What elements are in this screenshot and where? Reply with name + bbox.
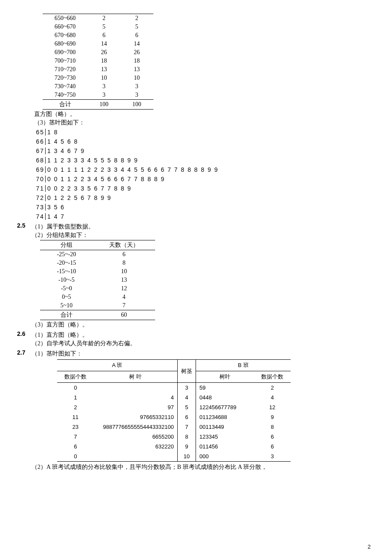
q25-part2: （2）分组结果如下： [32,231,371,239]
stem-leaf-row: 671 3 4 6 7 9 [34,146,371,156]
cell: 2 [57,402,94,412]
stem-leaf-plot-1: 651 8661 4 5 6 8671 3 4 6 7 9681 1 2 3 3… [34,127,371,221]
cell: 10 [93,267,155,276]
table-row: 7665520081233456 [57,432,291,442]
table-row: 680~6901414 [43,40,153,48]
leaf: 3 5 6 [46,204,65,211]
cell: 18 [121,57,153,65]
cell: 4 [93,293,155,301]
head-leaf-a: 树 叶 [94,371,178,383]
table-row: -10~-513 [40,276,155,284]
cell: 14 [121,40,153,48]
table-row: -15~-1010 [40,267,155,276]
total-pct: 100 [121,100,153,110]
stem: 72 [34,194,46,201]
cell: 680~690 [43,40,88,48]
cell: 10 [88,74,121,82]
table-row: 0~54 [40,293,155,301]
stem: 69 [34,166,46,173]
table-row: 730~74033 [43,82,153,91]
cell: 3 [121,82,153,91]
t2-total: 60 [93,310,155,320]
leaf: 0 0 1 1 2 2 3 4 5 6 6 6 7 7 8 8 8 9 [46,176,165,182]
table-row: 700~7101818 [43,57,153,65]
cell: -10~-5 [40,276,93,284]
cell: 740~750 [43,91,88,100]
cell: 00113449 [196,422,254,432]
cell: 3 [254,451,291,462]
cell: 7 [57,432,94,442]
stem: 66 [34,138,46,145]
leaf: 1 1 2 3 3 3 4 5 5 5 8 8 9 9 [46,157,138,164]
cell: 5 [178,402,196,412]
table-row: -20~-158 [40,259,155,267]
stem-leaf-row: 733 5 6 [34,202,371,212]
leaf: 1 4 7 [46,213,65,220]
table-row: 650~66022 [43,14,153,23]
cell: -20~-15 [40,259,93,267]
stem-leaf-row: 690 0 1 1 1 1 2 2 2 3 3 4 4 5 5 6 6 6 7 … [34,165,371,174]
cell: 13 [121,65,153,74]
cell: 6 [121,31,153,40]
t2-total-label: 合计 [40,310,93,320]
cell: 2 [254,383,291,393]
cell: 0448 [196,393,254,402]
cell: 8 [178,432,196,442]
cell: 122456677789 [196,402,254,412]
cell: 6 [57,442,94,451]
leaf: 0 0 1 1 1 1 2 2 2 3 3 4 4 5 5 6 6 6 7 7 … [46,166,219,173]
stem-leaf-row: 720 1 2 2 5 6 7 8 9 9 [34,193,371,202]
cell: 3 [121,91,153,100]
question-number-2-5: 2.5 [17,222,32,330]
q27-part1: （1）茎叶图如下： [32,350,371,358]
cell: 12 [254,402,291,412]
stem-leaf-row: 661 4 5 6 8 [34,137,371,146]
cell: 98877766555554443332100 [94,422,178,432]
stem-leaf-row: 700 0 1 1 2 2 3 4 5 6 6 6 7 7 8 8 8 9 [34,174,371,184]
col-days: 天数（天） [93,240,155,250]
cell: 650~660 [43,14,88,23]
cell: 660~670 [43,23,88,31]
cell: 13 [88,65,121,74]
cell: 011234688 [196,412,254,422]
table-row: 740~75033 [43,91,153,100]
cell: 5 [121,23,153,31]
cell: 700~710 [43,57,88,65]
cell: 6 [93,250,155,259]
cell [94,451,178,462]
table-row: -5~012 [40,284,155,293]
table-row: 14404484 [57,393,291,402]
stem-leaf-row: 651 8 [34,127,371,137]
cell: 123345 [196,432,254,442]
cell: 12 [93,284,155,293]
cell: 14 [88,40,121,48]
page-number: 2 [368,543,371,550]
table-row: 297512245667778912 [57,402,291,412]
cell: 2 [121,14,153,23]
cell: 11 [57,412,94,422]
cell: 9 [254,412,291,422]
table-row: 0100003 [57,451,291,462]
cell: 4 [178,393,196,402]
cell [94,383,178,393]
cell: -15~-10 [40,267,93,276]
cell: 26 [121,48,153,57]
cell: 7 [178,422,196,432]
stem-leaf-row: 681 1 2 3 3 3 4 5 5 5 8 8 9 9 [34,156,371,165]
cell: 97665332110 [94,412,178,422]
stem: 71 [34,185,46,192]
cell: 0 [57,451,94,462]
cell: 720~730 [43,74,88,82]
head-count-a: 数据个数 [57,371,94,383]
cell: 59 [196,383,254,393]
table-row: 663222090114566 [57,442,291,451]
leaf: 0 0 2 2 3 3 5 6 7 7 8 8 9 [46,185,132,192]
stem: 65 [34,129,46,136]
table-row: 670~68066 [43,31,153,40]
leaf: 0 1 2 2 5 6 7 8 9 9 [46,194,112,201]
cell: 3 [178,383,196,393]
cell: 3 [88,82,121,91]
question-number-2-6: 2.6 [17,330,32,348]
q26-part1: （1）直方图（略）。 [32,331,371,339]
cell: 4 [254,393,291,402]
